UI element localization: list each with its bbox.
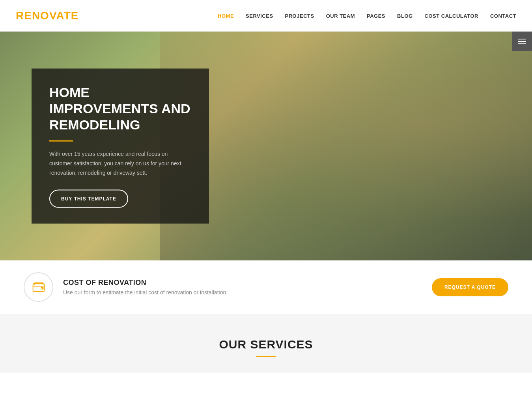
hero-divider: [49, 140, 73, 142]
nav-links: HOME SERVICES PROJECTS OUR TEAM PAGES BL…: [218, 12, 516, 19]
hero-person-image: [160, 32, 532, 260]
nav-link-contact[interactable]: CONTACT: [490, 13, 516, 19]
nav-link-our-team[interactable]: OUR TEAM: [326, 13, 355, 19]
menu-line-2: [518, 41, 526, 42]
mobile-menu-icon[interactable]: [512, 32, 532, 51]
nav-item-our-team[interactable]: OUR TEAM: [326, 12, 355, 19]
cost-text-block: COST OF RENOVATION Use our form to estim…: [63, 279, 228, 296]
nav-link-blog[interactable]: BLOG: [397, 13, 413, 19]
cost-section: COST OF RENOVATION Use our form to estim…: [0, 260, 532, 314]
services-divider: [256, 356, 276, 357]
menu-line-3: [518, 43, 526, 44]
nav-item-projects[interactable]: PROJECTS: [285, 12, 314, 19]
nav-item-contact[interactable]: CONTACT: [490, 12, 516, 19]
menu-line-1: [518, 39, 526, 39]
nav-link-home[interactable]: HOME: [218, 13, 234, 19]
nav-link-projects[interactable]: PROJECTS: [285, 13, 314, 19]
nav-item-home[interactable]: HOME: [218, 12, 234, 19]
svg-point-2: [41, 288, 42, 289]
nav-item-services[interactable]: SERVICES: [246, 12, 273, 19]
nav-item-pages[interactable]: PAGES: [367, 12, 385, 19]
hamburger-lines: [518, 39, 526, 44]
nav-item-cost-calculator[interactable]: COST CALCULATOR: [425, 12, 478, 19]
nav-link-pages[interactable]: PAGES: [367, 13, 385, 19]
nav-link-services[interactable]: SERVICES: [246, 13, 273, 19]
cost-title: COST OF RENOVATION: [63, 279, 228, 287]
hero-overlay-box: HOME IMPROVEMENTS AND REMODELING With ov…: [32, 69, 209, 224]
services-title: OUR SERVICES: [16, 338, 516, 351]
services-section: OUR SERVICES: [0, 314, 532, 373]
hero-cta-button[interactable]: BUY THIS TEMPLATE: [49, 189, 128, 208]
hero-title: HOME IMPROVEMENTS AND REMODELING: [49, 84, 191, 133]
wallet-icon: [32, 280, 46, 294]
nav-item-blog[interactable]: BLOG: [397, 12, 413, 19]
cost-left-content: COST OF RENOVATION Use our form to estim…: [24, 272, 228, 302]
hero-description: With over 15 years experience and real f…: [49, 150, 191, 178]
request-quote-button[interactable]: REQUEST A QUOTE: [432, 278, 508, 296]
cost-description: Use our form to estimate the initial cos…: [63, 289, 228, 296]
navbar: RENOVATE HOME SERVICES PROJECTS OUR TEAM…: [0, 0, 532, 32]
cost-icon-wrapper: [24, 272, 53, 302]
brand-logo[interactable]: RENOVATE: [16, 9, 78, 22]
hero-section: HOME IMPROVEMENTS AND REMODELING With ov…: [0, 32, 532, 260]
nav-link-cost-calculator[interactable]: COST CALCULATOR: [425, 13, 478, 19]
